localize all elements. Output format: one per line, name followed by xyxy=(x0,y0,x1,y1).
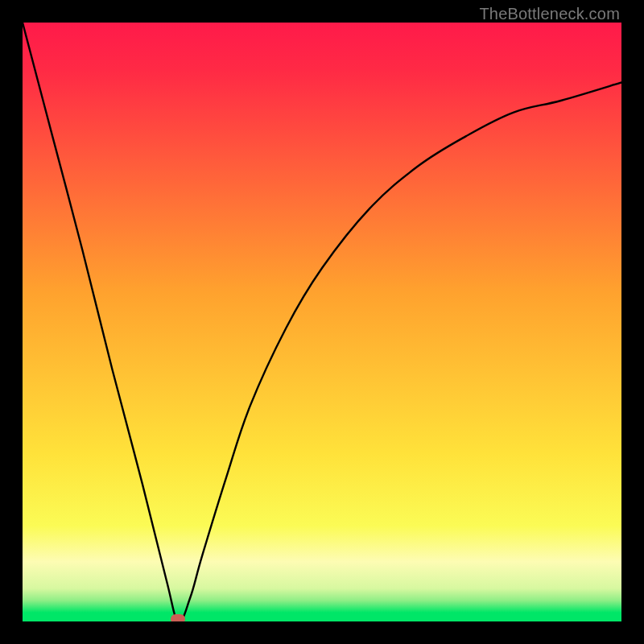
chart-frame: TheBottleneck.com xyxy=(0,0,644,644)
minimum-marker xyxy=(171,614,185,621)
plot-area xyxy=(23,23,621,621)
watermark-text: TheBottleneck.com xyxy=(479,5,620,23)
bottleneck-curve xyxy=(23,23,621,621)
